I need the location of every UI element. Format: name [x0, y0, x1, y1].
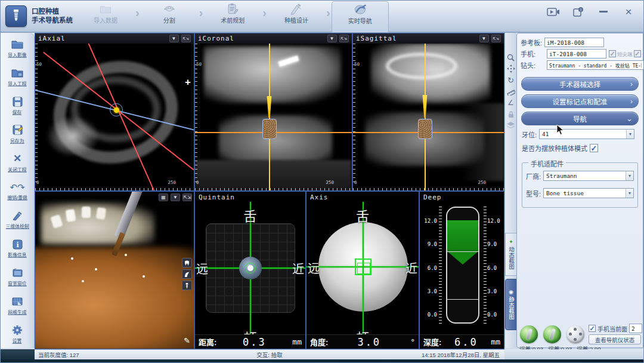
step-segmentation[interactable]: 分割 — [141, 1, 198, 32]
short-tip-checkbox[interactable]: ✓ — [609, 50, 616, 57]
navigator-status-button[interactable]: 查看导航仪状态 — [589, 334, 641, 344]
model-select[interactable]: Bone tissue ▼ — [543, 188, 634, 198]
export-report-icon[interactable]: ! — [572, 7, 585, 17]
sidebar-item-window-level[interactable]: 窗宽窗位 — [1, 263, 34, 291]
placement-mode-checkbox[interactable]: ✓ — [590, 144, 598, 152]
sidebar-item-save-as[interactable]: 另存为 — [1, 119, 34, 148]
axial-viewport[interactable]: + 50 0 250 — [35, 44, 194, 190]
adapter-group-title: 手机适配件 — [528, 159, 566, 168]
axis-title: Axis — [310, 193, 329, 201]
current-face-checkbox[interactable]: ✓ — [589, 325, 596, 332]
deep-canvas: 12.0 9.0 6.0 3.0 0.0 -3.0 12.0 9.0 6.0 3… — [420, 202, 504, 349]
instrument-select-button[interactable]: 手术器械选择 › — [521, 77, 639, 91]
sidebar-item-settings[interactable]: 设置 — [1, 319, 34, 348]
draw-pencil-icon[interactable]: ✎ — [184, 336, 190, 345]
step-implant-design[interactable]: 种植设计 — [268, 1, 325, 32]
title-bar: 口腔种植 手术导航系统 导入数据 › 分割 › 术 — [1, 1, 643, 33]
dropdown-arrow-icon: ▼ — [626, 189, 633, 198]
import-data-icon — [99, 3, 112, 15]
sagittal-view-title: iSagittal — [356, 35, 397, 42]
view-menu-icon[interactable]: ▼ — [169, 35, 179, 42]
window-level-icon — [11, 267, 24, 279]
reference-plate-input[interactable] — [544, 38, 604, 47]
navigation-button[interactable]: 导航 ⌄ — [521, 112, 639, 125]
tracking-status-icons — [520, 325, 584, 343]
lock-tool-icon[interactable] — [506, 109, 516, 119]
show-implant-icon[interactable] — [182, 281, 192, 290]
deep-title: Deep — [423, 193, 442, 201]
chevron-right-icon: › — [630, 97, 633, 106]
coronal-view-header: iCoronal ▼ ⇱⇲ — [195, 33, 352, 44]
volume-render-icon — [11, 210, 24, 222]
view-menu-icon[interactable]: ▼ — [479, 35, 489, 42]
side-tool-strip: ↻ ∠ ✦ 动态截图 ◉ 静态截图 — [504, 33, 516, 348]
sidebar-item-close-project[interactable]: ✕ 关闭工程 — [1, 148, 34, 177]
tab-static-capture[interactable]: ◉ 静态截图 — [505, 279, 517, 330]
volume-3d-viewport[interactable]: ▦ ▼ ⇱⇲ ✎ — [35, 192, 194, 349]
save-as-icon — [11, 124, 24, 136]
axial-view-header: iAxial ▼ ⇱⇲ — [35, 33, 194, 44]
axis-panel: Axis 舌 远 近 颊 角度: 3.0 ° — [306, 191, 419, 349]
step-realtime-navigation[interactable]: 实时导航 — [332, 1, 389, 32]
marker-registration-button[interactable]: 设置标记点和配准 › — [521, 94, 639, 108]
current-face-input[interactable] — [629, 324, 642, 333]
quintain-panel: Quintain 舌 远 近 颊 距离: 0.3 mm — [194, 191, 306, 349]
reference-tracking-icon[interactable] — [520, 325, 538, 343]
show-tooth-icon[interactable] — [182, 258, 192, 267]
view-maximize-icon[interactable]: ⇱⇲ — [181, 35, 191, 42]
short-tip-label: 短尖端 — [617, 50, 633, 57]
ruler-tool-icon[interactable] — [506, 87, 516, 96]
sagittal-view-header: iSagittal ▼ ⇱⇲ — [353, 33, 504, 44]
minimize-icon[interactable] — [597, 7, 610, 17]
sidebar-item-image-info[interactable]: i 影像信息 — [1, 234, 34, 263]
tab-dynamic-capture[interactable]: ✦ 动态截图 — [505, 233, 517, 276]
pan-tool-icon[interactable] — [506, 64, 516, 73]
step-preop-planning[interactable]: 术前规划 — [204, 1, 261, 32]
angle-readout: 角度: 3.0 ° — [306, 334, 419, 349]
axial-view-title: iAxial — [38, 35, 66, 42]
long-tip-checkbox[interactable]: ✓ — [634, 50, 641, 57]
sagittal-implant-box — [418, 119, 432, 139]
coronal-viewport[interactable]: 50 0 250 — [195, 44, 352, 190]
camera-green-icon: ✦ — [509, 239, 513, 245]
gear-icon — [11, 324, 24, 336]
sidebar-item-mesh-generate[interactable]: 网格生成 — [1, 291, 34, 319]
quintain-canvas[interactable]: 舌 远 近 颊 — [195, 202, 305, 349]
vendor-label: 厂商: — [526, 171, 541, 181]
navigator-pad-icon[interactable] — [566, 325, 584, 343]
tooth-position-select[interactable]: 41 ▼ — [539, 129, 634, 139]
sidebar-item-undo-redo[interactable]: ↶↷ 撤销/重做 — [1, 177, 34, 205]
placement-mode-label: 是否为摆放种植体模式 — [522, 143, 587, 153]
rotate-tool-icon[interactable]: ↻ — [506, 75, 516, 85]
view-maximize-icon[interactable]: ⇱⇲ — [182, 193, 192, 201]
record-video-icon[interactable] — [547, 7, 560, 17]
drill-input[interactable] — [547, 60, 644, 70]
zoom-plus-icon[interactable]: + — [185, 76, 191, 88]
close-icon[interactable]: × — [622, 7, 635, 17]
layers-tool-icon[interactable] — [506, 121, 516, 130]
close-project-icon: ✕ — [11, 153, 24, 165]
axis-canvas[interactable]: 舌 远 近 颊 — [306, 202, 419, 349]
sagittal-viewport[interactable]: 50 0 250 — [353, 44, 504, 190]
left-toolbar: 导入影像 导入工程 保存 另存为 ✕ 关闭工程 ↶↷ 撤销/重做 三维体绘制 i… — [1, 33, 35, 348]
sidebar-item-import-project[interactable]: 导入工程 — [1, 63, 34, 91]
sidebar-item-import-image[interactable]: 导入影像 — [1, 34, 34, 63]
app-logo-icon — [5, 5, 27, 27]
handpiece-input[interactable] — [547, 49, 606, 59]
view-maximize-icon[interactable]: ⇱⇲ — [491, 35, 501, 42]
angle-tool-icon[interactable]: ∠ — [506, 98, 516, 107]
sidebar-item-volume-render[interactable]: 三维体绘制 — [1, 205, 34, 234]
view-maximize-icon[interactable]: ⇱⇲ — [339, 35, 349, 42]
svg-text:!: ! — [580, 8, 581, 12]
step-import-data[interactable]: 导入数据 — [77, 1, 134, 32]
layout-grid-icon[interactable]: ▦ — [159, 193, 168, 201]
view-menu-icon[interactable]: ▼ — [171, 193, 180, 201]
save-icon — [11, 96, 24, 107]
vendor-select[interactable]: Straumann ▼ — [543, 171, 634, 181]
view-menu-icon[interactable]: ▼ — [327, 35, 337, 42]
sidebar-item-save[interactable]: 保存 — [1, 91, 34, 120]
sagittal-ruler-horizontal — [353, 186, 504, 190]
handpiece-tracking-icon[interactable] — [543, 325, 561, 343]
zoom-tool-icon[interactable] — [506, 53, 516, 62]
show-arch-icon[interactable] — [182, 269, 192, 279]
